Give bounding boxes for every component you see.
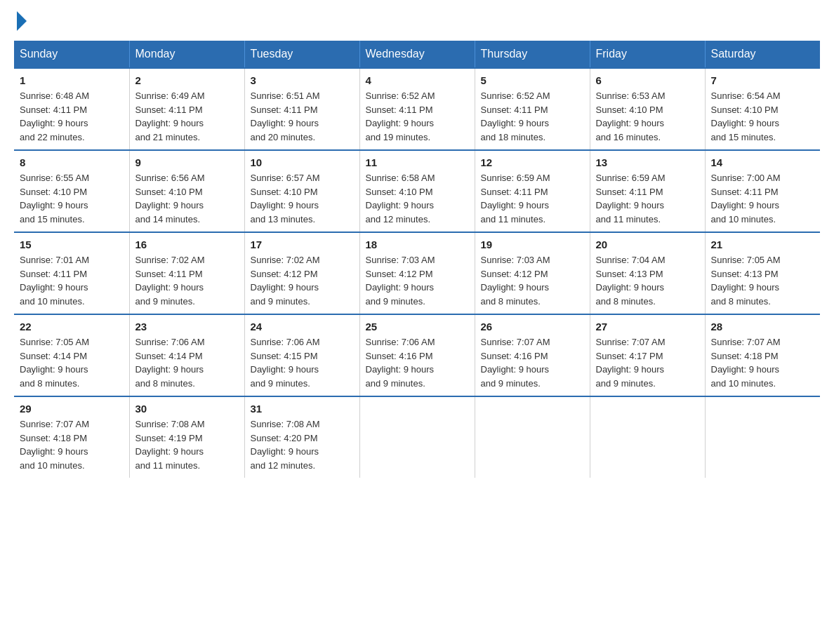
day-info: Sunrise: 7:05 AM Sunset: 4:14 PM Dayligh…	[20, 335, 124, 390]
day-info: Sunrise: 7:00 AM Sunset: 4:11 PM Dayligh…	[711, 171, 815, 226]
day-cell: 22 Sunrise: 7:05 AM Sunset: 4:14 PM Dayl…	[14, 314, 129, 396]
day-info: Sunrise: 7:07 AM Sunset: 4:17 PM Dayligh…	[596, 335, 699, 390]
logo-general	[14, 14, 27, 31]
week-row-3: 15 Sunrise: 7:01 AM Sunset: 4:11 PM Dayl…	[14, 232, 820, 314]
day-cell: 13 Sunrise: 6:59 AM Sunset: 4:11 PM Dayl…	[590, 150, 705, 232]
day-info: Sunrise: 7:01 AM Sunset: 4:11 PM Dayligh…	[20, 253, 124, 308]
day-cell: 3 Sunrise: 6:51 AM Sunset: 4:11 PM Dayli…	[244, 68, 359, 150]
day-cell	[359, 396, 475, 478]
header-monday: Monday	[129, 41, 244, 68]
day-info: Sunrise: 7:08 AM Sunset: 4:20 PM Dayligh…	[251, 417, 354, 472]
day-number: 30	[135, 403, 239, 415]
day-info: Sunrise: 7:02 AM Sunset: 4:12 PM Dayligh…	[251, 253, 354, 308]
day-info: Sunrise: 7:08 AM Sunset: 4:19 PM Dayligh…	[135, 417, 239, 472]
day-number: 4	[366, 74, 469, 86]
day-cell: 8 Sunrise: 6:55 AM Sunset: 4:10 PM Dayli…	[14, 150, 129, 232]
day-cell: 11 Sunrise: 6:58 AM Sunset: 4:10 PM Dayl…	[359, 150, 475, 232]
week-row-2: 8 Sunrise: 6:55 AM Sunset: 4:10 PM Dayli…	[14, 150, 820, 232]
day-info: Sunrise: 7:07 AM Sunset: 4:16 PM Dayligh…	[481, 335, 584, 390]
day-cell: 29 Sunrise: 7:07 AM Sunset: 4:18 PM Dayl…	[14, 396, 129, 478]
day-number: 10	[251, 156, 354, 168]
day-info: Sunrise: 6:52 AM Sunset: 4:11 PM Dayligh…	[366, 89, 469, 144]
header-sunday: Sunday	[14, 41, 129, 68]
day-cell: 25 Sunrise: 7:06 AM Sunset: 4:16 PM Dayl…	[359, 314, 475, 396]
day-number: 8	[20, 156, 124, 168]
day-cell: 2 Sunrise: 6:49 AM Sunset: 4:11 PM Dayli…	[129, 68, 244, 150]
day-cell	[475, 396, 590, 478]
day-info: Sunrise: 7:06 AM Sunset: 4:14 PM Dayligh…	[135, 335, 239, 390]
logo	[14, 14, 27, 27]
day-cell: 15 Sunrise: 7:01 AM Sunset: 4:11 PM Dayl…	[14, 232, 129, 314]
day-number: 5	[481, 74, 584, 86]
day-cell: 4 Sunrise: 6:52 AM Sunset: 4:11 PM Dayli…	[359, 68, 475, 150]
header-thursday: Thursday	[475, 41, 590, 68]
day-number: 31	[251, 403, 354, 415]
day-number: 1	[20, 74, 124, 86]
day-info: Sunrise: 6:54 AM Sunset: 4:10 PM Dayligh…	[711, 89, 815, 144]
day-cell: 23 Sunrise: 7:06 AM Sunset: 4:14 PM Dayl…	[129, 314, 244, 396]
day-number: 20	[596, 239, 699, 250]
day-cell: 20 Sunrise: 7:04 AM Sunset: 4:13 PM Dayl…	[590, 232, 705, 314]
day-number: 19	[481, 239, 584, 250]
day-cell: 27 Sunrise: 7:07 AM Sunset: 4:17 PM Dayl…	[590, 314, 705, 396]
day-number: 18	[366, 239, 469, 250]
day-cell: 9 Sunrise: 6:56 AM Sunset: 4:10 PM Dayli…	[129, 150, 244, 232]
day-info: Sunrise: 6:58 AM Sunset: 4:10 PM Dayligh…	[366, 171, 469, 226]
day-cell: 7 Sunrise: 6:54 AM Sunset: 4:10 PM Dayli…	[705, 68, 820, 150]
day-cell	[590, 396, 705, 478]
day-cell: 24 Sunrise: 7:06 AM Sunset: 4:15 PM Dayl…	[244, 314, 359, 396]
day-cell: 1 Sunrise: 6:48 AM Sunset: 4:11 PM Dayli…	[14, 68, 129, 150]
week-row-1: 1 Sunrise: 6:48 AM Sunset: 4:11 PM Dayli…	[14, 68, 820, 150]
day-info: Sunrise: 7:06 AM Sunset: 4:16 PM Dayligh…	[366, 335, 469, 390]
day-cell: 31 Sunrise: 7:08 AM Sunset: 4:20 PM Dayl…	[244, 396, 359, 478]
day-number: 22	[20, 321, 124, 333]
day-info: Sunrise: 6:55 AM Sunset: 4:10 PM Dayligh…	[20, 171, 124, 226]
calendar-header-row: SundayMondayTuesdayWednesdayThursdayFrid…	[14, 41, 820, 68]
day-number: 9	[135, 156, 239, 168]
day-number: 7	[711, 74, 815, 86]
day-cell: 18 Sunrise: 7:03 AM Sunset: 4:12 PM Dayl…	[359, 232, 475, 314]
day-info: Sunrise: 6:59 AM Sunset: 4:11 PM Dayligh…	[481, 171, 584, 226]
day-number: 26	[481, 321, 584, 333]
day-cell: 30 Sunrise: 7:08 AM Sunset: 4:19 PM Dayl…	[129, 396, 244, 478]
day-cell: 5 Sunrise: 6:52 AM Sunset: 4:11 PM Dayli…	[475, 68, 590, 150]
day-number: 13	[596, 156, 699, 168]
day-cell: 17 Sunrise: 7:02 AM Sunset: 4:12 PM Dayl…	[244, 232, 359, 314]
day-cell: 28 Sunrise: 7:07 AM Sunset: 4:18 PM Dayl…	[705, 314, 820, 396]
header-friday: Friday	[590, 41, 705, 68]
day-cell: 16 Sunrise: 7:02 AM Sunset: 4:11 PM Dayl…	[129, 232, 244, 314]
day-info: Sunrise: 7:03 AM Sunset: 4:12 PM Dayligh…	[366, 253, 469, 308]
day-info: Sunrise: 7:04 AM Sunset: 4:13 PM Dayligh…	[596, 253, 699, 308]
day-number: 25	[366, 321, 469, 333]
day-info: Sunrise: 7:07 AM Sunset: 4:18 PM Dayligh…	[711, 335, 815, 390]
day-cell: 19 Sunrise: 7:03 AM Sunset: 4:12 PM Dayl…	[475, 232, 590, 314]
day-number: 17	[251, 239, 354, 250]
day-number: 11	[366, 156, 469, 168]
day-cell: 12 Sunrise: 6:59 AM Sunset: 4:11 PM Dayl…	[475, 150, 590, 232]
day-number: 6	[596, 74, 699, 86]
week-row-5: 29 Sunrise: 7:07 AM Sunset: 4:18 PM Dayl…	[14, 396, 820, 478]
day-info: Sunrise: 6:51 AM Sunset: 4:11 PM Dayligh…	[251, 89, 354, 144]
day-info: Sunrise: 7:07 AM Sunset: 4:18 PM Dayligh…	[20, 417, 124, 472]
day-number: 24	[251, 321, 354, 333]
day-number: 15	[20, 239, 124, 250]
day-info: Sunrise: 6:57 AM Sunset: 4:10 PM Dayligh…	[251, 171, 354, 226]
day-info: Sunrise: 6:48 AM Sunset: 4:11 PM Dayligh…	[20, 89, 124, 144]
day-cell: 26 Sunrise: 7:07 AM Sunset: 4:16 PM Dayl…	[475, 314, 590, 396]
day-number: 23	[135, 321, 239, 333]
page-header	[14, 14, 820, 27]
day-info: Sunrise: 6:56 AM Sunset: 4:10 PM Dayligh…	[135, 171, 239, 226]
day-number: 29	[20, 403, 124, 415]
header-tuesday: Tuesday	[244, 41, 359, 68]
day-number: 27	[596, 321, 699, 333]
day-number: 12	[481, 156, 584, 168]
day-number: 16	[135, 239, 239, 250]
logo-arrow-icon	[17, 11, 27, 31]
day-number: 28	[711, 321, 815, 333]
header-saturday: Saturday	[705, 41, 820, 68]
day-cell: 6 Sunrise: 6:53 AM Sunset: 4:10 PM Dayli…	[590, 68, 705, 150]
calendar-table: SundayMondayTuesdayWednesdayThursdayFrid…	[14, 41, 820, 478]
day-info: Sunrise: 7:02 AM Sunset: 4:11 PM Dayligh…	[135, 253, 239, 308]
day-number: 2	[135, 74, 239, 86]
day-cell	[705, 396, 820, 478]
